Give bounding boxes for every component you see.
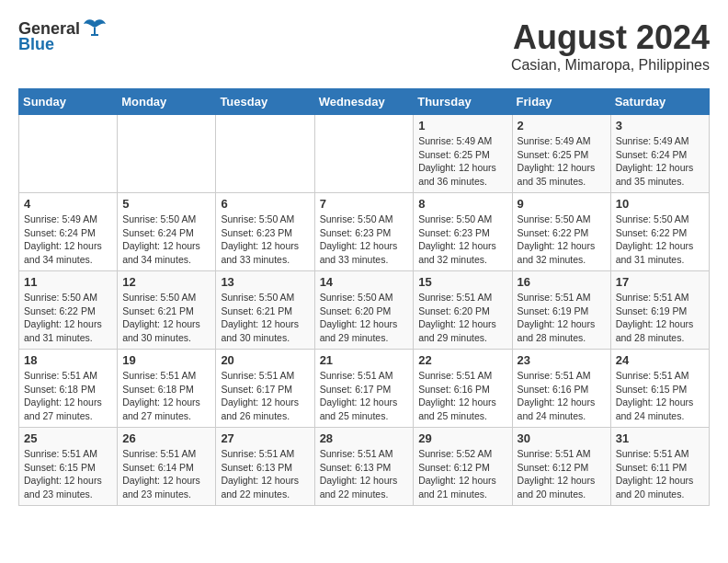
day-number: 25 <box>24 431 112 445</box>
day-number: 29 <box>418 431 506 445</box>
day-info: Sunrise: 5:49 AM Sunset: 6:24 PM Dayligh… <box>616 134 704 189</box>
day-number: 8 <box>418 197 506 211</box>
day-number: 28 <box>320 431 409 445</box>
calendar-cell-w4-d7: 24Sunrise: 5:51 AM Sunset: 6:15 PM Dayli… <box>610 350 709 428</box>
day-info: Sunrise: 5:49 AM Sunset: 6:24 PM Dayligh… <box>24 213 112 267</box>
calendar-cell-w2-d7: 10Sunrise: 5:50 AM Sunset: 6:22 PM Dayli… <box>610 193 709 271</box>
day-number: 7 <box>320 197 409 211</box>
day-number: 1 <box>418 119 506 132</box>
calendar-cell-w5-d5: 29Sunrise: 5:52 AM Sunset: 6:12 PM Dayli… <box>414 428 512 506</box>
calendar-cell-w1-d1 <box>19 115 118 193</box>
day-number: 18 <box>24 353 112 367</box>
day-number: 2 <box>518 119 606 132</box>
calendar-cell-w3-d1: 11Sunrise: 5:50 AM Sunset: 6:22 PM Dayli… <box>19 271 118 350</box>
day-info: Sunrise: 5:50 AM Sunset: 6:20 PM Dayligh… <box>320 291 409 345</box>
calendar-cell-w5-d6: 30Sunrise: 5:51 AM Sunset: 6:12 PM Dayli… <box>512 428 610 506</box>
day-info: Sunrise: 5:51 AM Sunset: 6:18 PM Dayligh… <box>122 369 210 423</box>
day-info: Sunrise: 5:50 AM Sunset: 6:21 PM Dayligh… <box>122 291 210 345</box>
calendar-cell-w1-d4 <box>314 115 414 193</box>
day-info: Sunrise: 5:51 AM Sunset: 6:19 PM Dayligh… <box>616 291 704 345</box>
calendar-table: SundayMondayTuesdayWednesdayThursdayFrid… <box>18 88 710 506</box>
day-info: Sunrise: 5:51 AM Sunset: 6:17 PM Dayligh… <box>221 369 309 423</box>
day-info: Sunrise: 5:52 AM Sunset: 6:12 PM Dayligh… <box>418 447 506 501</box>
day-info: Sunrise: 5:50 AM Sunset: 6:21 PM Dayligh… <box>221 291 309 345</box>
day-number: 20 <box>221 353 309 367</box>
month-year-title: August 2024 <box>511 18 710 57</box>
day-info: Sunrise: 5:51 AM Sunset: 6:15 PM Dayligh… <box>616 369 704 423</box>
header-wednesday: Wednesday <box>314 89 414 115</box>
location-subtitle: Casian, Mimaropa, Philippines <box>511 57 710 74</box>
day-number: 15 <box>418 275 506 289</box>
day-info: Sunrise: 5:49 AM Sunset: 6:25 PM Dayligh… <box>418 134 506 189</box>
day-number: 11 <box>24 275 112 289</box>
logo-bird-icon <box>82 18 108 39</box>
day-info: Sunrise: 5:51 AM Sunset: 6:18 PM Dayligh… <box>24 369 112 423</box>
calendar-cell-w4-d1: 18Sunrise: 5:51 AM Sunset: 6:18 PM Dayli… <box>19 350 118 428</box>
day-number: 3 <box>616 119 704 132</box>
day-number: 22 <box>418 353 506 367</box>
calendar-cell-w2-d3: 6Sunrise: 5:50 AM Sunset: 6:23 PM Daylig… <box>216 193 314 271</box>
header-tuesday: Tuesday <box>216 89 314 115</box>
day-number: 21 <box>320 353 409 367</box>
day-number: 31 <box>616 431 704 445</box>
day-info: Sunrise: 5:51 AM Sunset: 6:20 PM Dayligh… <box>418 291 506 345</box>
day-info: Sunrise: 5:51 AM Sunset: 6:16 PM Dayligh… <box>418 369 506 423</box>
header-saturday: Saturday <box>610 89 709 115</box>
day-number: 17 <box>616 275 704 289</box>
calendar-cell-w5-d4: 28Sunrise: 5:51 AM Sunset: 6:13 PM Dayli… <box>314 428 414 506</box>
day-number: 13 <box>221 275 309 289</box>
day-info: Sunrise: 5:49 AM Sunset: 6:25 PM Dayligh… <box>518 134 606 189</box>
header-sunday: Sunday <box>19 89 118 115</box>
calendar-cell-w1-d6: 2Sunrise: 5:49 AM Sunset: 6:25 PM Daylig… <box>512 115 610 193</box>
header-monday: Monday <box>118 89 216 115</box>
day-info: Sunrise: 5:51 AM Sunset: 6:12 PM Dayligh… <box>518 447 606 501</box>
day-number: 24 <box>616 353 704 367</box>
day-info: Sunrise: 5:51 AM Sunset: 6:13 PM Dayligh… <box>221 447 309 501</box>
calendar-cell-w4-d4: 21Sunrise: 5:51 AM Sunset: 6:17 PM Dayli… <box>314 350 414 428</box>
calendar-cell-w5-d2: 26Sunrise: 5:51 AM Sunset: 6:14 PM Dayli… <box>118 428 216 506</box>
title-area: August 2024 Casian, Mimaropa, Philippine… <box>511 18 710 74</box>
day-info: Sunrise: 5:51 AM Sunset: 6:13 PM Dayligh… <box>320 447 409 501</box>
calendar-cell-w4-d3: 20Sunrise: 5:51 AM Sunset: 6:17 PM Dayli… <box>216 350 314 428</box>
day-info: Sunrise: 5:51 AM Sunset: 6:15 PM Dayligh… <box>24 447 112 501</box>
calendar-cell-w4-d2: 19Sunrise: 5:51 AM Sunset: 6:18 PM Dayli… <box>118 350 216 428</box>
calendar-cell-w5-d7: 31Sunrise: 5:51 AM Sunset: 6:11 PM Dayli… <box>610 428 709 506</box>
calendar-week-1: 1Sunrise: 5:49 AM Sunset: 6:25 PM Daylig… <box>19 115 710 193</box>
day-info: Sunrise: 5:51 AM Sunset: 6:16 PM Dayligh… <box>518 369 606 423</box>
day-number: 5 <box>122 197 210 211</box>
day-info: Sunrise: 5:50 AM Sunset: 6:23 PM Dayligh… <box>320 213 409 267</box>
calendar-cell-w3-d6: 16Sunrise: 5:51 AM Sunset: 6:19 PM Dayli… <box>512 271 610 350</box>
day-number: 30 <box>518 431 606 445</box>
calendar-cell-w3-d2: 12Sunrise: 5:50 AM Sunset: 6:21 PM Dayli… <box>118 271 216 350</box>
calendar-cell-w3-d7: 17Sunrise: 5:51 AM Sunset: 6:19 PM Dayli… <box>610 271 709 350</box>
day-info: Sunrise: 5:51 AM Sunset: 6:11 PM Dayligh… <box>616 447 704 501</box>
day-number: 12 <box>122 275 210 289</box>
calendar-week-2: 4Sunrise: 5:49 AM Sunset: 6:24 PM Daylig… <box>19 193 710 271</box>
day-info: Sunrise: 5:50 AM Sunset: 6:22 PM Dayligh… <box>24 291 112 345</box>
day-number: 14 <box>320 275 409 289</box>
day-info: Sunrise: 5:50 AM Sunset: 6:22 PM Dayligh… <box>518 213 606 267</box>
calendar-cell-w5-d1: 25Sunrise: 5:51 AM Sunset: 6:15 PM Dayli… <box>19 428 118 506</box>
calendar-cell-w2-d2: 5Sunrise: 5:50 AM Sunset: 6:24 PM Daylig… <box>118 193 216 271</box>
calendar-cell-w1-d7: 3Sunrise: 5:49 AM Sunset: 6:24 PM Daylig… <box>610 115 709 193</box>
day-info: Sunrise: 5:50 AM Sunset: 6:24 PM Dayligh… <box>122 213 210 267</box>
calendar-header-row: SundayMondayTuesdayWednesdayThursdayFrid… <box>19 89 710 115</box>
calendar-cell-w4-d5: 22Sunrise: 5:51 AM Sunset: 6:16 PM Dayli… <box>414 350 512 428</box>
logo: General Blue <box>18 18 108 54</box>
day-number: 10 <box>616 197 704 211</box>
day-info: Sunrise: 5:50 AM Sunset: 6:22 PM Dayligh… <box>616 213 704 267</box>
calendar-cell-w3-d3: 13Sunrise: 5:50 AM Sunset: 6:21 PM Dayli… <box>216 271 314 350</box>
day-info: Sunrise: 5:50 AM Sunset: 6:23 PM Dayligh… <box>418 213 506 267</box>
calendar-cell-w3-d5: 15Sunrise: 5:51 AM Sunset: 6:20 PM Dayli… <box>414 271 512 350</box>
calendar-cell-w2-d1: 4Sunrise: 5:49 AM Sunset: 6:24 PM Daylig… <box>19 193 118 271</box>
calendar-cell-w4-d6: 23Sunrise: 5:51 AM Sunset: 6:16 PM Dayli… <box>512 350 610 428</box>
calendar-cell-w2-d5: 8Sunrise: 5:50 AM Sunset: 6:23 PM Daylig… <box>414 193 512 271</box>
day-info: Sunrise: 5:51 AM Sunset: 6:19 PM Dayligh… <box>518 291 606 345</box>
day-number: 4 <box>24 197 112 211</box>
calendar-cell-w3-d4: 14Sunrise: 5:50 AM Sunset: 6:20 PM Dayli… <box>314 271 414 350</box>
day-number: 23 <box>518 353 606 367</box>
day-info: Sunrise: 5:51 AM Sunset: 6:14 PM Dayligh… <box>122 447 210 501</box>
calendar-cell-w1-d3 <box>216 115 314 193</box>
calendar-cell-w2-d4: 7Sunrise: 5:50 AM Sunset: 6:23 PM Daylig… <box>314 193 414 271</box>
day-number: 19 <box>122 353 210 367</box>
